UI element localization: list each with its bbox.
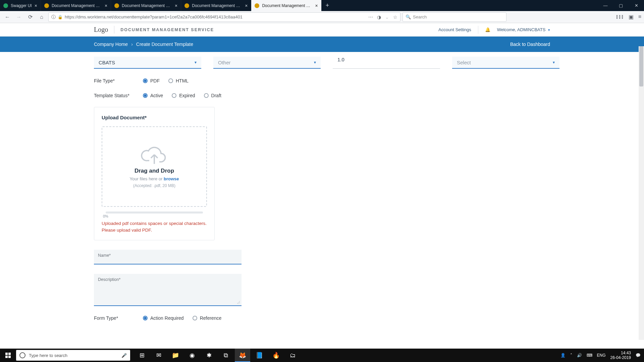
radio-label: HTML xyxy=(176,78,189,83)
chrome-icon[interactable]: ◉ xyxy=(184,349,200,362)
search-icon: 🔍 xyxy=(406,14,411,19)
radio-label: Reference xyxy=(200,315,222,321)
select-value: Select xyxy=(457,60,471,65)
close-icon[interactable]: × xyxy=(105,3,107,8)
tab-label: Swagger UI xyxy=(11,3,32,8)
library-icon[interactable]: ⫿⫿⫿ xyxy=(616,14,624,20)
tab-dms-2[interactable]: Document Management Servic × xyxy=(111,0,181,11)
browse-link[interactable]: browse xyxy=(164,176,179,181)
back-to-dashboard[interactable]: Back to Dashboard xyxy=(510,42,550,47)
description-field[interactable]: Description* xyxy=(94,274,241,306)
chevron-right-icon: › xyxy=(131,42,133,47)
dd-note: (Accepted: .pdf, 20 MB) xyxy=(133,183,175,188)
scrollbar[interactable] xyxy=(639,46,644,340)
volume-icon[interactable]: 🔊 xyxy=(577,353,582,358)
address-bar[interactable]: ⓘ 🔒 https://dms.workterra.net/documentte… xyxy=(48,12,400,22)
breadcrumb: Company Home › Create Document Template … xyxy=(0,37,644,52)
template-status-label: Template Status* xyxy=(94,93,134,98)
lock-icon: 🔒 xyxy=(58,15,63,19)
people-icon[interactable]: 👤 xyxy=(560,353,566,358)
name-field[interactable]: Name* xyxy=(94,250,241,264)
reader-icon[interactable]: ◑ xyxy=(377,14,381,20)
version-input[interactable]: 1.0 xyxy=(333,57,440,69)
input-value: 1.0 xyxy=(337,57,344,62)
crumb-current: Create Document Template xyxy=(136,42,193,47)
favicon-icon xyxy=(114,3,119,8)
account-settings-link[interactable]: Account Settings xyxy=(438,27,471,32)
new-tab-button[interactable]: + xyxy=(322,0,333,11)
dd-sub: Your files here or browse xyxy=(130,176,179,181)
close-icon[interactable]: × xyxy=(315,3,318,8)
app-icon[interactable]: 🗂 xyxy=(285,349,301,362)
taskbar-search[interactable]: Type here to search 🎤 xyxy=(16,350,130,361)
favicon-icon xyxy=(255,3,259,8)
vscode-icon[interactable]: ⧉ xyxy=(218,349,233,362)
tab-dms-active[interactable]: Document Management Servic × xyxy=(251,0,321,11)
minimize-icon[interactable]: — xyxy=(598,0,613,11)
crumb-home[interactable]: Company Home xyxy=(94,42,128,47)
close-window-icon[interactable]: ✕ xyxy=(629,0,644,11)
search-placeholder: Type here to search xyxy=(29,353,67,358)
radio-label: PDF xyxy=(150,78,160,83)
reload-button[interactable]: ⟳ xyxy=(25,12,35,22)
upload-card: Upload Document* Drag and Drop Your file… xyxy=(94,107,215,240)
maximize-icon[interactable]: ▢ xyxy=(613,0,629,11)
radio-draft[interactable]: Draft xyxy=(204,93,221,98)
chevron-down-icon: ▾ xyxy=(548,28,550,32)
back-button[interactable]: ← xyxy=(3,12,12,22)
company-select[interactable]: CBATS ▾ xyxy=(94,57,201,69)
notepad-icon[interactable]: 📘 xyxy=(252,349,267,362)
dropzone[interactable]: Drag and Drop Your files here or browse … xyxy=(102,126,207,207)
close-icon[interactable]: × xyxy=(245,3,248,8)
tab-dms-3[interactable]: Document Management Servic × xyxy=(181,0,251,11)
more-icon[interactable]: ⋯ xyxy=(368,14,373,20)
mail-icon[interactable]: ✉ xyxy=(151,349,166,362)
welcome-text: Welcome, ADMINCBATS xyxy=(497,27,546,32)
cortana-icon xyxy=(19,352,25,358)
tab-dms-1[interactable]: Document Management Servic × xyxy=(41,0,111,11)
close-icon[interactable]: × xyxy=(175,3,177,8)
home-button[interactable]: ⌂ xyxy=(37,12,46,22)
clock-time: 14:43 xyxy=(610,351,631,355)
close-icon[interactable]: × xyxy=(35,3,37,8)
language-indicator[interactable]: ENG xyxy=(597,353,606,358)
radio-active[interactable]: Active xyxy=(143,93,163,98)
task-view-icon[interactable]: ⊞ xyxy=(134,349,150,362)
generic-select[interactable]: Select ▾ xyxy=(452,57,559,69)
chevron-down-icon: ▾ xyxy=(314,60,316,65)
explorer-icon[interactable]: 📁 xyxy=(168,349,183,362)
file-type-label: File Type* xyxy=(94,78,134,83)
keyboard-icon[interactable]: ⌨ xyxy=(587,353,592,358)
tab-label: Document Management Servic xyxy=(52,3,102,8)
field-label: Description* xyxy=(98,277,237,282)
tray-chevron-icon[interactable]: ˄ xyxy=(570,353,572,358)
radio-html[interactable]: HTML xyxy=(168,78,189,83)
pocket-icon[interactable]: ⌄ xyxy=(385,14,389,20)
forward-button[interactable]: → xyxy=(14,12,23,22)
menu-icon[interactable]: ≡ xyxy=(638,14,641,20)
slack-icon[interactable]: ✱ xyxy=(201,349,217,362)
bookmark-icon[interactable]: ☆ xyxy=(393,14,397,20)
start-button[interactable] xyxy=(0,353,16,358)
scrollbar-thumb[interactable] xyxy=(639,46,643,86)
browser-search[interactable]: 🔍 Search xyxy=(402,12,506,22)
logo: Logo xyxy=(94,26,114,34)
action-center-icon[interactable]: 💬 xyxy=(636,353,641,358)
dd-sub-prefix: Your files here or xyxy=(130,176,164,181)
radio-expired[interactable]: Expired xyxy=(172,93,195,98)
resize-grip-icon[interactable] xyxy=(237,301,240,304)
radio-action-required[interactable]: Action Required xyxy=(143,315,184,321)
mic-icon[interactable]: 🎤 xyxy=(121,353,127,358)
bell-icon[interactable]: 🔔 xyxy=(485,27,490,32)
user-menu[interactable]: Welcome, ADMINCBATS ▾ xyxy=(497,27,550,32)
sidebar-icon[interactable]: ▣ xyxy=(629,14,634,20)
category-select[interactable]: Other ▾ xyxy=(213,57,321,69)
firefox-icon[interactable]: 🦊 xyxy=(235,349,250,362)
radio-pdf[interactable]: PDF xyxy=(143,78,160,83)
windows-taskbar: Type here to search 🎤 ⊞ ✉ 📁 ◉ ✱ ⧉ 🦊 📘 🔥 … xyxy=(0,349,644,362)
clock[interactable]: 14:43 26-04-2019 xyxy=(610,351,631,360)
app-icon[interactable]: 🔥 xyxy=(268,349,284,362)
radio-reference[interactable]: Reference xyxy=(193,315,222,321)
favicon-icon xyxy=(44,3,49,8)
tab-swagger[interactable]: Swagger UI × xyxy=(0,0,41,11)
